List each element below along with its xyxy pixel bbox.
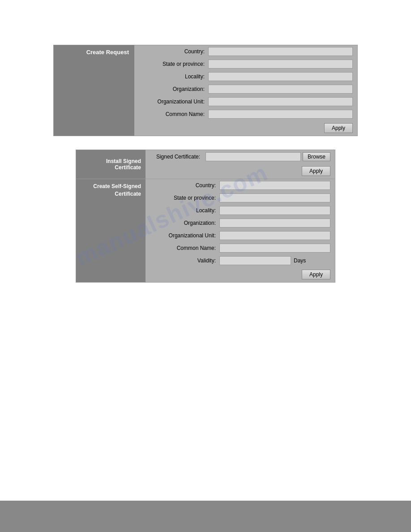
input-ss-organization[interactable] (219, 219, 330, 227)
form-row-state: State or province: (134, 58, 357, 70)
input-locality[interactable] (208, 72, 353, 81)
label-organization: Organization: (139, 86, 208, 92)
form-row-ss-country: Country: (146, 179, 335, 192)
label-ss-country: Country: (150, 182, 219, 189)
input-ss-common-name[interactable] (219, 244, 330, 253)
self-signed-footer: Apply (146, 267, 335, 282)
label-locality: Locality: (139, 73, 208, 80)
create-request-footer: Apply (134, 120, 357, 136)
label-ss-common-name: Common Name: (150, 245, 219, 251)
input-organization[interactable] (208, 85, 353, 94)
install-signed-footer: Apply (146, 163, 335, 179)
label-ss-locality: Locality: (150, 207, 219, 214)
form-row-country: Country: (134, 45, 357, 58)
self-signed-panel: Create Self-Signed Certificate Country: … (76, 179, 335, 283)
form-row-org-unit: Organizational Unit: (134, 95, 357, 108)
form-row-locality: Locality: (134, 70, 357, 83)
input-ss-state[interactable] (219, 193, 330, 202)
input-ss-org-unit[interactable] (219, 231, 330, 240)
create-request-header: Create Request (54, 45, 134, 136)
form-row-common-name: Common Name: (134, 108, 357, 120)
install-signed-panel: Install Signed Certificate Signed Certif… (76, 150, 335, 179)
create-request-panel: Create Request Country: State or provinc… (53, 45, 358, 136)
label-ss-state: State or province: (150, 195, 219, 201)
input-ss-locality[interactable] (219, 206, 330, 215)
create-request-apply-button[interactable]: Apply (324, 123, 353, 133)
form-row-ss-organization: Organization: (146, 217, 335, 229)
label-state: State or province: (139, 61, 208, 67)
input-ss-validity[interactable] (219, 256, 291, 265)
install-signed-apply-button[interactable]: Apply (302, 166, 330, 176)
label-country: Country: (139, 48, 208, 55)
signed-cert-label: Signed Certificate: (150, 154, 204, 160)
page-wrapper: manualshive.com Create Request Country: … (0, 0, 411, 532)
signed-cert-input[interactable] (206, 152, 301, 161)
label-ss-organization: Organization: (150, 220, 219, 226)
bottom-bar (0, 501, 411, 532)
input-state[interactable] (208, 60, 353, 69)
input-common-name[interactable] (208, 110, 353, 119)
form-row-ss-locality: Locality: (146, 204, 335, 217)
label-org-unit: Organizational Unit: (139, 99, 208, 105)
input-org-unit[interactable] (208, 97, 353, 106)
input-country[interactable] (208, 47, 353, 56)
form-row-ss-org-unit: Organizational Unit: (146, 229, 335, 242)
self-signed-header: Create Self-Signed Certificate (76, 179, 146, 282)
input-ss-country[interactable] (219, 181, 330, 190)
install-signed-content: Signed Certificate: Browse (146, 150, 335, 163)
form-row-ss-validity: Validity: Days (146, 254, 335, 267)
self-signed-apply-button[interactable]: Apply (302, 270, 330, 279)
browse-button[interactable]: Browse (303, 152, 330, 161)
second-panel-group: Install Signed Certificate Signed Certif… (76, 150, 335, 283)
label-ss-validity: Validity: (150, 257, 219, 264)
label-ss-org-unit: Organizational Unit: (150, 232, 219, 239)
form-row-organization: Organization: (134, 83, 357, 95)
install-signed-header: Install Signed Certificate (76, 150, 146, 179)
days-label: Days (294, 257, 306, 264)
form-row-ss-common-name: Common Name: (146, 242, 335, 254)
label-common-name: Common Name: (139, 111, 208, 117)
form-row-ss-state: State or province: (146, 192, 335, 204)
